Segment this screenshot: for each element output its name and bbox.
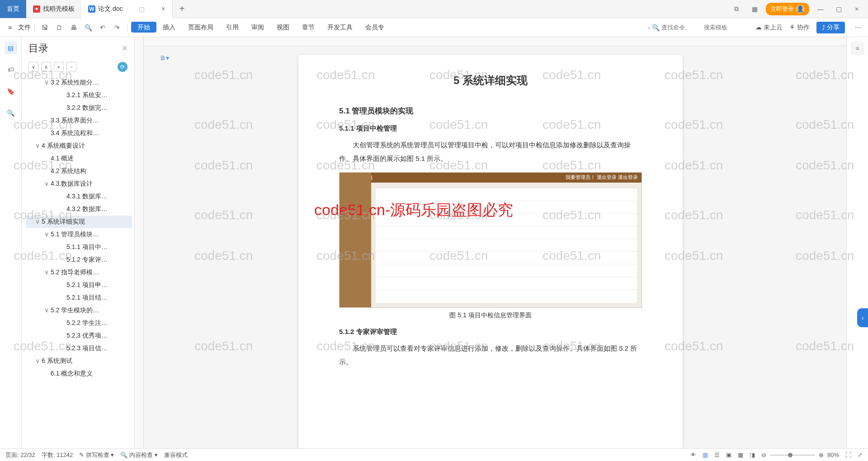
outline-item[interactable]: ∨5 系统详细实现	[26, 216, 132, 228]
outline-item[interactable]: 6.1 概念和意义	[26, 367, 132, 380]
outline-item[interactable]: ∨4 系统概要设计	[26, 140, 132, 152]
tab-template[interactable]: ✦ 找稻壳模板	[26, 0, 81, 18]
chevron-down-icon[interactable]: ∨	[44, 79, 51, 86]
ruler-vertical[interactable]	[135, 37, 144, 448]
side-handle[interactable]: ‹	[857, 308, 868, 327]
menu-引用[interactable]: 引用	[220, 22, 245, 33]
menu-视图[interactable]: 视图	[270, 22, 296, 33]
menu-插入[interactable]: 插入	[156, 22, 182, 33]
chevron-down-icon[interactable]: ∨	[44, 230, 51, 238]
outline-item[interactable]: 3.4 系统流程和…	[26, 127, 132, 140]
outline-item[interactable]: 5.2.3 优秀项…	[26, 329, 132, 342]
zoom-value[interactable]: 80%	[827, 452, 839, 458]
zoom-slider[interactable]	[770, 455, 815, 456]
view4-icon[interactable]: ▦	[738, 452, 743, 458]
outline-item[interactable]: 3.2.1 系统安…	[26, 89, 132, 102]
search-templates-input[interactable]	[704, 24, 745, 31]
collaborate-button[interactable]: ⚘ 协作	[789, 24, 810, 32]
outline-tab-icon[interactable]: ▤	[5, 42, 17, 54]
fit-icon[interactable]: ⛶	[845, 452, 851, 458]
chevron-down-icon[interactable]: ∨	[35, 218, 42, 225]
outline-item[interactable]: 4.3.1 数据库…	[26, 190, 132, 203]
menu-会员专[interactable]: 会员专	[359, 22, 391, 33]
redo-icon[interactable]: ↷	[111, 21, 123, 34]
settings-panel-icon[interactable]: ≡	[851, 42, 864, 55]
collapse-all-icon[interactable]: ∨	[28, 62, 38, 72]
document-area[interactable]: 🗎▾ 5 系统详细实现 5.1 管理员模块的实现 5.1.1 项目中检管理 大创…	[135, 37, 846, 448]
outline-item[interactable]: ∨5.2 学生模块的…	[26, 304, 132, 317]
outline-item[interactable]: 5.2.2 学生注…	[26, 317, 132, 329]
eye-icon[interactable]: 👁	[690, 452, 696, 458]
layout1-icon[interactable]: ⧉	[730, 5, 743, 13]
outline-item[interactable]: 5.2.1 项目申…	[26, 279, 132, 292]
chevron-down-icon[interactable]: ∨	[35, 142, 42, 149]
preview-icon[interactable]: 🔍	[82, 21, 94, 34]
print-icon[interactable]: 🖶	[67, 21, 80, 34]
menu-开始[interactable]: 开始	[131, 22, 156, 33]
tab-home[interactable]: 首页	[0, 0, 26, 18]
word-count[interactable]: 字数: 11242	[42, 451, 73, 459]
outline-item[interactable]: 5.2.1 项目结…	[26, 292, 132, 304]
add-icon[interactable]: +	[54, 62, 64, 72]
chevron-right-icon[interactable]: ›	[648, 24, 651, 31]
outline-item[interactable]: 3.2.2 数据完…	[26, 102, 132, 114]
save-as-icon[interactable]: 🗋	[53, 21, 66, 34]
menu-开发工具[interactable]: 开发工具	[321, 22, 359, 33]
menu-章节[interactable]: 章节	[296, 22, 321, 33]
new-tab-button[interactable]: +	[173, 4, 192, 14]
undo-icon[interactable]: ↶	[96, 21, 109, 34]
outline-item[interactable]: ∨4.3.数据库设计	[26, 178, 132, 190]
view1-icon[interactable]: ▥	[703, 452, 708, 458]
outline-item[interactable]: 3.3 系统界面分…	[26, 114, 132, 127]
outline-item[interactable]: 4.2 系统结构	[26, 165, 132, 178]
maximize-icon[interactable]: ▢	[832, 5, 845, 13]
outline-item[interactable]: ∨6 系统测试	[26, 355, 132, 367]
view3-icon[interactable]: ▣	[726, 452, 731, 458]
view5-icon[interactable]: ◨	[750, 452, 755, 458]
apps-icon[interactable]: ▦	[748, 5, 761, 13]
spellcheck-button[interactable]: ✎ 拼写检查 ▾	[79, 451, 114, 459]
bookmark-icon[interactable]: 🔖	[5, 85, 17, 98]
outline-item[interactable]: 5.1.1 项目中…	[26, 241, 132, 254]
remove-icon[interactable]: −	[66, 62, 76, 72]
menu-页面布局[interactable]: 页面布局	[182, 22, 220, 33]
search-commands-input[interactable]	[661, 24, 702, 31]
compat-mode[interactable]: 兼容模式	[164, 451, 188, 459]
close-icon[interactable]: ×	[161, 5, 165, 13]
content-check-button[interactable]: 🔍 内容检查 ▾	[120, 451, 157, 459]
save-icon[interactable]: 🖫	[38, 21, 51, 34]
zoom-in-icon[interactable]: ⊕	[819, 452, 824, 458]
chevron-down-icon[interactable]: ∨	[44, 306, 51, 314]
menu-审阅[interactable]: 审阅	[245, 22, 270, 33]
zoom-out-icon[interactable]: ⊖	[761, 452, 766, 458]
chevron-down-icon[interactable]: ∨	[35, 357, 42, 364]
outline-item[interactable]: 5.2.3 项目信…	[26, 342, 132, 355]
outline-item[interactable]: ∨5.1 管理员模块…	[26, 228, 132, 241]
outline-item[interactable]: 5.1.2 专家评…	[26, 254, 132, 266]
menu-icon[interactable]: ≡	[4, 21, 16, 34]
chevron-down-icon[interactable]: ∨	[44, 180, 51, 187]
chevron-down-icon[interactable]: ∨	[44, 268, 51, 276]
minimize-icon[interactable]: —	[814, 5, 827, 13]
find-icon[interactable]: 🔍	[5, 107, 17, 119]
view2-icon[interactable]: ☰	[714, 452, 720, 458]
page-status[interactable]: 页面: 22/32	[5, 451, 35, 459]
outline-item[interactable]: ∨3.2 系统性能分…	[26, 76, 132, 89]
cloud-status[interactable]: ☁ 未上云	[755, 24, 783, 32]
expand-all-icon[interactable]: ∧	[41, 62, 51, 72]
outline-item[interactable]: ∨5.2 指导老师模…	[26, 266, 132, 279]
close-window-icon[interactable]: ×	[850, 5, 863, 13]
outline-item[interactable]: 4.3.2 数据库…	[26, 203, 132, 216]
file-menu[interactable]: 文件	[18, 24, 31, 32]
ruler-horizontal[interactable]	[144, 37, 846, 46]
close-panel-icon[interactable]: ×	[122, 42, 127, 54]
fullscreen-icon[interactable]: ⤢	[858, 452, 863, 458]
tab-document[interactable]: W 论文.doc ▢ ×	[81, 0, 173, 18]
doc-marker-icon[interactable]: 🗎▾	[160, 54, 169, 61]
login-button[interactable]: 立即登录 👤	[766, 3, 809, 15]
sync-badge-icon[interactable]: ⟳	[118, 62, 127, 72]
tag-icon[interactable]: 🏷	[5, 63, 17, 76]
tab-dock-icon[interactable]: ▢	[139, 5, 145, 13]
outline-item[interactable]: 4.1 概述	[26, 152, 132, 165]
share-button[interactable]: ⤴ 分享	[816, 22, 845, 33]
